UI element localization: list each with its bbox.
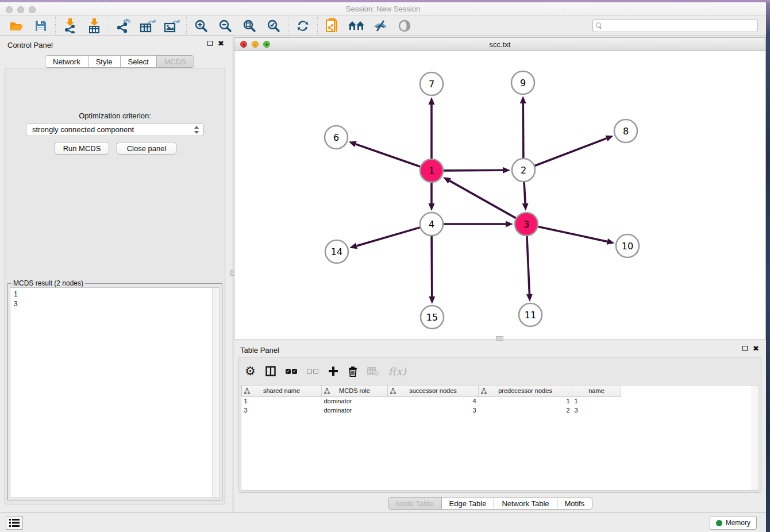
graph-edge-3-10[interactable] <box>538 226 607 241</box>
graph-node-label: 10 <box>622 241 633 252</box>
tab-motifs[interactable]: Motifs <box>557 497 593 510</box>
zoom-selected-icon[interactable] <box>261 17 286 34</box>
zoom-fit-icon[interactable] <box>237 17 261 34</box>
graph-edge-3-1[interactable] <box>449 181 515 218</box>
graph-node-label: 2 <box>521 165 526 176</box>
cell-successor-nodes[interactable]: 3 <box>388 406 479 415</box>
graph-edge-arrowhead <box>526 294 533 302</box>
optimization-criterion-select[interactable]: strongly connected component <box>26 123 204 136</box>
zoom-out-icon[interactable] <box>213 17 237 34</box>
tab-edge-table[interactable]: Edge Table <box>441 497 495 510</box>
graph-edge-1-2[interactable] <box>444 170 503 171</box>
mcds-result-line: 1 <box>14 290 220 299</box>
import-table-icon[interactable] <box>82 17 106 34</box>
column-visibility-icon[interactable] <box>265 366 276 376</box>
column-header-name[interactable]: name <box>572 385 621 396</box>
table-row[interactable]: 3 dominator 3 2 3 <box>242 406 621 415</box>
hierarchy-icon <box>324 388 330 395</box>
tab-node-table[interactable]: Node Table <box>388 497 442 510</box>
network-overview-icon[interactable] <box>344 17 368 34</box>
column-header-mcds-role[interactable]: MCDS role <box>322 385 388 396</box>
close-table-panel-icon[interactable]: ✖ <box>753 345 759 352</box>
optimization-criterion-value: strongly connected component <box>32 125 134 134</box>
tab-network[interactable]: Network <box>45 55 88 68</box>
graph-edge-4-14[interactable] <box>357 228 420 246</box>
table-toolbar: ⚙ ✓✓ f(x <box>245 361 406 381</box>
network-graph[interactable]: 1234678910111415 <box>234 51 765 340</box>
tab-style[interactable]: Style <box>88 55 121 68</box>
graph-edge-arrowhead <box>429 296 435 304</box>
node-table-grid[interactable]: shared name MCDS role successor nodes pr… <box>241 385 621 415</box>
memory-label: Memory <box>726 519 750 527</box>
table-tabs: Node Table Edge Table Network Table Moti… <box>388 497 592 510</box>
close-panel-icon[interactable]: ✖ <box>218 40 224 47</box>
graph-edge-2-9[interactable] <box>523 103 523 158</box>
graph-node-label: 7 <box>429 79 434 90</box>
graph-edge-arrowhead <box>349 243 357 249</box>
network-window-titlebar: x − + scc.txt <box>234 38 765 51</box>
table-settings-icon[interactable]: ⚙ <box>245 365 256 377</box>
import-network-icon[interactable] <box>58 17 82 34</box>
float-panel-icon[interactable] <box>207 41 213 46</box>
table-panel-body: ⚙ ✓✓ f(x <box>238 357 761 493</box>
mcds-result-list[interactable]: 1 3 <box>10 287 220 498</box>
show-panel-eye-icon[interactable] <box>392 17 417 34</box>
graph-node-label: 1 <box>429 165 434 176</box>
cell-shared-name[interactable]: 3 <box>242 406 322 415</box>
search-field[interactable] <box>592 19 758 32</box>
hide-panel-eye-icon[interactable] <box>368 17 392 34</box>
graph-edge-2-8[interactable] <box>535 138 607 166</box>
cell-name[interactable]: 3 <box>572 406 621 415</box>
cell-predecessor-nodes[interactable]: 2 <box>479 406 572 415</box>
run-mcds-button[interactable]: Run MCDS <box>55 142 109 155</box>
memory-button[interactable]: Memory <box>710 516 757 530</box>
graph-node-label: 3 <box>523 219 529 230</box>
close-panel-button[interactable]: Close panel <box>117 142 176 155</box>
tab-select[interactable]: Select <box>120 55 157 68</box>
deselect-all-columns-icon[interactable] <box>307 369 318 374</box>
graph-node-label: 11 <box>525 310 536 321</box>
cell-mcds-role[interactable]: dominator <box>322 396 388 406</box>
delete-table-icon <box>367 367 379 376</box>
search-input[interactable] <box>604 22 757 30</box>
delete-column-icon[interactable] <box>348 366 357 377</box>
open-session-icon[interactable] <box>5 17 29 34</box>
cell-name[interactable]: 1 <box>572 396 621 406</box>
clone-network-icon[interactable] <box>320 17 344 34</box>
graph-edge-2-3[interactable] <box>524 182 525 203</box>
result-scrollbar[interactable] <box>212 288 220 498</box>
refresh-view-icon[interactable] <box>291 17 315 34</box>
graph-edge-arrowhead <box>522 203 529 211</box>
cell-shared-name[interactable]: 1 <box>242 396 322 406</box>
tab-network-table[interactable]: Network Table <box>494 497 557 510</box>
table-scrollbar[interactable] <box>752 385 759 490</box>
export-network-icon[interactable] <box>111 17 136 34</box>
zoom-in-icon[interactable] <box>189 17 213 34</box>
add-column-icon[interactable] <box>328 366 338 376</box>
graph-edge-1-6[interactable] <box>356 144 420 167</box>
titlebar: Session: New Session <box>0 2 766 16</box>
panel-splitter[interactable] <box>230 36 234 512</box>
graph-edge-4-15[interactable] <box>432 236 432 296</box>
graph-edge-arrowhead <box>506 221 513 228</box>
cell-predecessor-nodes[interactable]: 1 <box>479 396 572 406</box>
export-table-icon[interactable] <box>136 17 160 34</box>
save-session-icon[interactable] <box>29 17 53 34</box>
toolbar-separator <box>288 17 288 34</box>
export-image-icon[interactable] <box>160 17 184 34</box>
tab-mcds[interactable]: MCDS <box>156 55 194 68</box>
column-header-shared-name[interactable]: shared name <box>242 385 322 396</box>
column-header-successor-nodes[interactable]: successor nodes <box>388 385 479 396</box>
graph-edge-arrowhead <box>429 97 435 105</box>
table-row[interactable]: 1 dominator 4 1 1 <box>242 396 621 406</box>
graph-node-label: 6 <box>333 132 339 143</box>
task-history-button[interactable] <box>6 516 23 530</box>
control-panel-header: Control Panel ✖ <box>0 36 230 54</box>
cell-successor-nodes[interactable]: 4 <box>388 396 479 406</box>
select-all-columns-icon[interactable]: ✓✓ <box>286 369 297 374</box>
cell-mcds-role[interactable]: dominator <box>322 406 388 415</box>
column-header-predecessor-nodes[interactable]: predecessor nodes <box>479 385 572 396</box>
float-table-panel-icon[interactable] <box>742 346 748 351</box>
graph-edge-3-11[interactable] <box>527 236 529 294</box>
network-splitter-handle[interactable] <box>496 336 503 341</box>
